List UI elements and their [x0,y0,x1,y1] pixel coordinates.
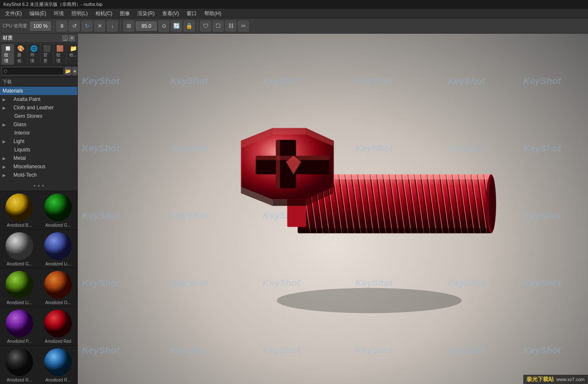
thumb-anodized-darkblue[interactable]: Anodized Li... [39,230,77,268]
material-list: Materials ▶ Axalta Paint ▶ Cloth and Lea… [0,87,77,181]
svg-rect-74 [298,228,491,233]
down-button[interactable]: ↓ [107,21,118,32]
list-item-glass-label: Glass [13,122,26,127]
tab-bump-label: 纹理 [56,52,63,64]
menu-bar: 文件(E) 编辑(E) 环境 照明(L) 相机(C) 图像 渲染(R) 查看(V… [0,9,588,19]
environment-icon: 🌐 [30,45,37,52]
tab-background[interactable]: ⬛ 背景 [41,44,53,65]
list-item-axalta[interactable]: ▶ Axalta Paint [0,95,77,103]
toolbar-separator-1 [53,21,54,31]
arrow-icon-light: ▶ [3,139,6,144]
thumb-anodized-orange-label: Anodized O... [45,300,71,305]
tab-background-label: 背景 [43,52,50,64]
thumb-anodized-lime[interactable]: Anodized Li... [0,268,39,307]
box-button[interactable]: ☐ [213,21,224,32]
panel-close-button[interactable]: ✕ [69,35,75,41]
rotate-button[interactable]: ↻ [82,21,92,32]
list-item-materials[interactable]: Materials [0,87,77,95]
lock-button[interactable]: 🔒 [184,21,195,32]
menu-help[interactable]: 帮助(H) [201,9,225,18]
menu-lighting[interactable]: 照明(L) [68,9,91,18]
scroll-more-indicator: • • • [0,181,77,191]
menu-env[interactable]: 环境 [50,9,67,18]
menu-file[interactable]: 文件(E) [2,9,25,18]
thumb-anodized-orange[interactable]: Anodized O... [39,268,77,307]
refresh-button[interactable]: ↺ [69,21,80,32]
menu-image[interactable]: 图像 [116,9,133,18]
svg-point-10 [277,288,461,313]
list-item-light[interactable]: ▶ Light [0,137,77,146]
panel-title: 材质 [3,34,13,42]
thumb-anodized-silver-img [5,231,34,261]
cpu-value[interactable] [30,21,51,31]
search-bar: 📂 ★ ↺ [0,65,77,77]
thumb-anodized-black-img [5,347,34,377]
camera-button[interactable]: 🔄 [171,21,182,32]
thumb-anodized-gold[interactable]: Anodized B... [0,191,39,230]
grid-button[interactable]: ⊞ [123,21,134,32]
thumb-anodized-purple[interactable]: Anodized P... [0,307,39,346]
svg-point-4 [5,271,33,299]
thumb-anodized-lightblue-img [43,347,73,377]
panel-minimize-button[interactable]: _ [62,35,68,41]
viewport[interactable]: KeyShot KeyShot KeyShot KeyShot KeyShot … [78,34,588,384]
zoom-button[interactable]: ⊙ [158,21,169,32]
list-item-metal[interactable]: ▶ Metal [0,154,77,162]
list-item-moldtech[interactable]: ▶ Mold-Tech [0,171,77,179]
list-item-misc[interactable]: ▶ Miscellaneous [0,162,77,171]
list-item-interior[interactable]: Interior [0,129,77,137]
download-label: 下载 [0,77,77,87]
menu-edit[interactable]: 编辑(E) [26,9,50,18]
thumb-anodized-darkblue-label: Anodized Li... [45,262,71,266]
menu-camera[interactable]: 相机(C) [92,9,116,18]
list-item-liquids[interactable]: Liquids [0,146,77,154]
stop-button[interactable]: ✕ [94,21,105,32]
tab-texture[interactable]: 🔲 纹理 [2,44,14,65]
thumb-anodized-green[interactable]: Anodized G... [39,191,77,230]
link-button[interactable]: ⛓ [225,21,236,32]
search-input[interactable] [2,67,64,75]
tab-color-label: 颜色 [17,52,24,64]
thumb-anodized-red[interactable]: Anodized Red [39,307,77,346]
arrow-icon-glass: ▶ [3,122,6,127]
thumb-anodized-purple-img [5,309,34,338]
thumb-anodized-black[interactable]: Anodized R... [0,346,39,384]
left-panel: 材质 _ ✕ 🔲 纹理 🎨 颜色 🌐 环境 ⬛ 背景 [0,34,78,384]
thumbnail-grid: Anodized B... Anodiz [0,191,77,384]
tab-environment[interactable]: 🌐 环境 [28,44,40,65]
tab-more-label: 收... [69,52,77,58]
pause-button[interactable]: ⏸ [56,21,67,32]
tab-color[interactable]: 🎨 颜色 [15,44,27,65]
tools-button[interactable]: ✂ [238,21,249,32]
thumb-anodized-lightblue-label: Anodized R... [45,378,71,382]
list-item-gem[interactable]: Gem Stones [0,112,77,120]
list-item-cloth-label: Cloth and Leather [13,105,53,111]
background-icon: ⬛ [43,45,50,52]
search-star-button[interactable]: ★ [72,67,77,75]
render-value[interactable] [136,21,157,31]
more-icon: 📁 [70,45,77,52]
thumb-anodized-green-label: Anodized G... [45,223,71,228]
arrow-icon-moldtech: ▶ [3,173,6,177]
menu-window[interactable]: 窗口 [183,9,200,18]
list-item-glass[interactable]: ▶ Glass [0,120,77,129]
color-icon: 🎨 [17,45,24,52]
menu-render[interactable]: 渲染(R) [134,9,158,18]
panel-header: 材质 _ ✕ [0,34,77,43]
thumb-anodized-silver[interactable]: Anodized G... [0,230,39,268]
arrow-icon-axalta: ▶ [3,97,6,102]
toolbar-separator-3 [197,21,198,31]
list-item-cloth[interactable]: ▶ Cloth and Leather [0,103,77,112]
thumb-anodized-red-label: Anodized Red [45,339,71,344]
shield-button[interactable]: 🛡 [200,21,211,32]
list-item-materials-label: Materials [3,88,23,94]
arrow-icon-cloth: ▶ [3,106,6,110]
tab-bump[interactable]: 🟫 纹理 [54,44,66,65]
thumb-anodized-lightblue[interactable]: Anodized R... [39,346,77,384]
svg-point-2 [5,232,33,260]
search-folder-button[interactable]: 📂 [65,67,71,75]
bottom-bar: 极光下载站 www.xz7.com [523,375,588,384]
list-item-gem-label: Gem Stones [14,113,42,119]
menu-view[interactable]: 查看(V) [159,9,182,18]
app-title: KeyShot 6.2 未注册演示版（非商用）- nurbs.bip [3,1,103,8]
